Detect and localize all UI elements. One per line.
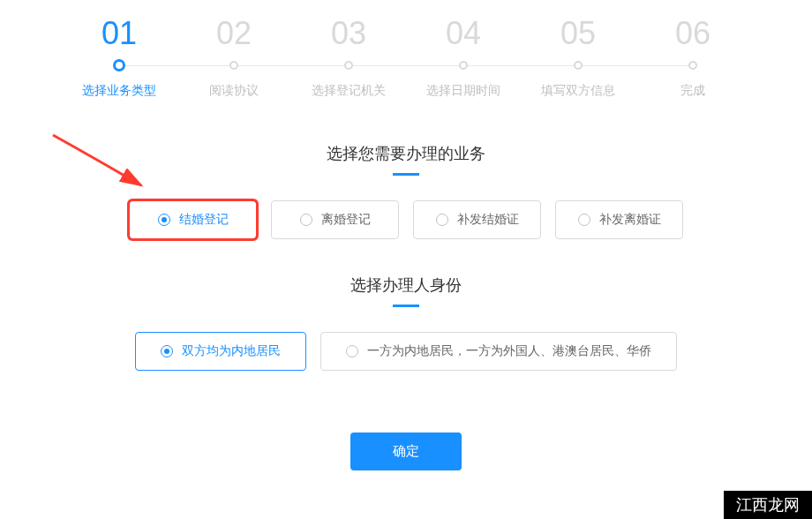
option-label: 双方均为内地居民 (182, 343, 281, 359)
step-dot-icon (229, 61, 238, 70)
option-reissue-marriage-cert[interactable]: 补发结婚证 (413, 200, 541, 239)
step-dot-icon (574, 61, 583, 70)
step-4: 04 选择日期时间 (406, 18, 521, 99)
section-title-identity: 选择办理人身份 (0, 275, 812, 296)
step-dot-icon (113, 59, 125, 71)
confirm-button[interactable]: 确定 (350, 432, 462, 470)
step-label: 选择日期时间 (406, 83, 521, 99)
step-number: 04 (406, 18, 521, 49)
step-dot-icon (459, 61, 468, 70)
step-dot-icon (688, 61, 697, 70)
identity-options: 双方均为内地居民 一方为内地居民，一方为外国人、港澳台居民、华侨 (0, 332, 812, 371)
option-label: 离婚登记 (321, 212, 371, 228)
step-number: 01 (62, 18, 177, 49)
title-underline (393, 305, 419, 307)
step-6: 06 完成 (635, 18, 750, 99)
watermark: 江西龙网 (724, 491, 812, 519)
step-label: 阅读协议 (177, 83, 291, 99)
radio-icon (158, 214, 170, 226)
radio-icon (300, 214, 312, 226)
step-number: 06 (635, 18, 750, 49)
step-3: 03 选择登记机关 (291, 18, 406, 99)
radio-icon (161, 345, 173, 357)
step-number: 03 (291, 18, 406, 49)
step-dot-icon (344, 61, 353, 70)
progress-steps: 01 选择业务类型 02 阅读协议 03 选择登记机关 04 选择日期时间 05… (0, 0, 812, 99)
step-number: 02 (177, 18, 291, 49)
step-label: 完成 (635, 83, 750, 99)
radio-icon (578, 214, 590, 226)
step-2: 02 阅读协议 (177, 18, 291, 99)
option-marriage-registration[interactable]: 结婚登记 (129, 200, 257, 239)
radio-icon (436, 214, 448, 226)
option-label: 补发结婚证 (457, 212, 519, 228)
step-label: 选择登记机关 (291, 83, 406, 99)
step-label: 填写双方信息 (521, 83, 635, 99)
step-number: 05 (521, 18, 635, 49)
option-reissue-divorce-cert[interactable]: 补发离婚证 (555, 200, 683, 239)
step-5: 05 填写双方信息 (521, 18, 635, 99)
step-label: 选择业务类型 (62, 83, 177, 99)
business-options: 结婚登记 离婚登记 补发结婚证 补发离婚证 (0, 200, 812, 239)
option-label: 结婚登记 (179, 212, 229, 228)
annotation-arrow-icon (49, 131, 154, 201)
option-label: 一方为内地居民，一方为外国人、港澳台居民、华侨 (367, 343, 651, 359)
option-both-mainland[interactable]: 双方均为内地居民 (135, 332, 306, 371)
radio-icon (346, 345, 358, 357)
step-1: 01 选择业务类型 (62, 18, 177, 99)
option-one-foreign[interactable]: 一方为内地居民，一方为外国人、港澳台居民、华侨 (320, 332, 677, 371)
option-label: 补发离婚证 (599, 212, 661, 228)
title-underline (393, 173, 419, 176)
option-divorce-registration[interactable]: 离婚登记 (271, 200, 399, 239)
